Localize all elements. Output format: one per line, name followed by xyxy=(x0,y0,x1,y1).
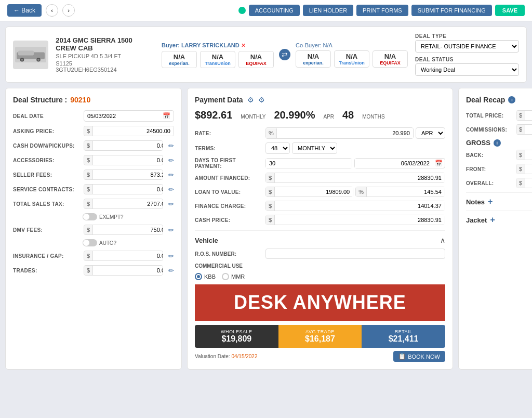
service-contracts-input[interactable] xyxy=(93,185,163,194)
trades-label: TRADES: xyxy=(13,268,81,273)
loan-to-value-input1[interactable] xyxy=(275,187,353,197)
retail-label: RETAIL xyxy=(367,329,440,334)
cobuyer-credit-cards: N/A experian. N/A TransUnion N/A EQUIFAX xyxy=(296,50,408,68)
finance-charge-input[interactable] xyxy=(275,201,445,211)
rate-wrap: % xyxy=(265,127,414,139)
deal-type-select[interactable]: RETAIL- OUTSIDE FINANCE xyxy=(415,40,519,53)
cash-down-edit-icon[interactable]: ✏ xyxy=(168,142,174,150)
trades-input[interactable] xyxy=(93,266,163,275)
mmr-radio-dot xyxy=(222,273,229,280)
submit-financing-button[interactable]: SUBMIT FOR FINANCING xyxy=(411,5,492,16)
prev-button[interactable]: ‹ xyxy=(46,4,58,17)
vehicle-trim: SLE PICKUP 4D 5 3/4 FT xyxy=(56,53,154,59)
gross-info-icon[interactable]: i xyxy=(494,139,501,147)
insurance-gap-input[interactable] xyxy=(93,251,163,260)
deal-recap-info-icon[interactable]: i xyxy=(508,96,515,103)
commercial-use-row: COMMERCIAL USE xyxy=(195,263,445,269)
vehicle-collapse-button[interactable]: ∧ xyxy=(440,236,445,244)
book-now-label: BOOK NOW xyxy=(408,354,440,360)
deal-number: 90210 xyxy=(70,96,90,104)
print-forms-button[interactable]: PRINT FORMS xyxy=(356,5,408,16)
notes-title: Notes + xyxy=(466,197,493,206)
avg-trade-cell: AVG TRADE $16,187 xyxy=(278,325,362,348)
top-nav-right: ACCOUNTING LIEN HOLDER PRINT FORMS SUBMI… xyxy=(238,5,525,16)
payment-info-icon[interactable]: ⚙ xyxy=(258,96,265,104)
deal-date-input[interactable] xyxy=(87,113,163,119)
cobuyer-transunion-card[interactable]: N/A TransUnion xyxy=(334,50,369,68)
ros-input[interactable] xyxy=(265,249,445,259)
cash-down-input[interactable] xyxy=(93,141,163,150)
commissions-label: COMMISSIONS: xyxy=(466,127,513,133)
calendar-icon[interactable]: 📅 xyxy=(163,112,170,120)
buyer-experian-card[interactable]: N/A experian. xyxy=(162,51,197,68)
cobuyer-equifax-card[interactable]: N/A EQUIFAX xyxy=(373,50,408,68)
loan-to-value-label: LOAN TO VALUE: xyxy=(195,189,262,195)
apr-label: APR xyxy=(323,114,334,120)
buyer-transunion-card[interactable]: N/A TransUnion xyxy=(200,51,235,68)
commissions-row: COMMISSIONS: $ ✏ xyxy=(466,124,532,135)
cash-down-wrap: $ xyxy=(84,140,163,151)
notes-header: Notes + ∧ xyxy=(466,197,532,206)
jacket-section: Jacket + ∨ xyxy=(466,211,532,225)
commissions-input[interactable] xyxy=(525,125,532,134)
loan-to-value-group: $ % xyxy=(265,187,445,197)
days-first-date-input[interactable] xyxy=(355,159,433,168)
asking-price-dollar: $ xyxy=(84,126,93,136)
amount-financed-row: AMOUNT FINANCED: $ xyxy=(195,173,445,183)
desk-anywhere-text: DESK ANYWHERE xyxy=(234,292,406,314)
loan-to-value-row: LOAN TO VALUE: $ % xyxy=(195,187,445,197)
back-button[interactable]: ← Back xyxy=(7,4,42,17)
payment-panel: Payment Data ⚙ ⚙ $892.61 MONTHLY 20.990%… xyxy=(187,88,453,370)
dmv-fees-edit-icon[interactable]: ✏ xyxy=(168,226,174,234)
next-button[interactable]: › xyxy=(62,4,75,17)
book-now-button[interactable]: 📋 BOOK NOW xyxy=(393,351,445,362)
back-label: BACK: xyxy=(466,152,513,158)
gross-title: GROSS i xyxy=(466,139,532,147)
asking-price-input[interactable] xyxy=(93,126,174,136)
deal-recap-panel: Deal Recap i ∧ TOTAL PRICE: $ COMMISSION… xyxy=(458,88,532,370)
insurance-gap-label: INSURANCE / GAP: xyxy=(13,253,81,259)
trades-edit-icon[interactable]: ✏ xyxy=(168,267,174,275)
overall-input[interactable] xyxy=(525,178,532,188)
accessories-input[interactable] xyxy=(93,155,163,165)
cash-price-row: CASH PRICE: $ xyxy=(195,215,445,225)
cobuyer-experian-card[interactable]: N/A experian. xyxy=(296,50,331,68)
back-input[interactable] xyxy=(525,150,532,160)
dmv-fees-input[interactable] xyxy=(93,225,163,234)
front-input[interactable] xyxy=(525,164,532,174)
accounting-button[interactable]: ACCOUNTING xyxy=(249,5,300,16)
total-price-wrap: $ xyxy=(516,110,532,121)
accessories-edit-icon[interactable]: ✏ xyxy=(168,156,174,164)
rate-type-select[interactable]: APR xyxy=(416,127,445,139)
insurance-gap-edit-icon[interactable]: ✏ xyxy=(168,252,174,260)
total-sales-tax-input[interactable] xyxy=(93,199,163,208)
exempt-toggle[interactable] xyxy=(83,213,97,220)
terms-value-select[interactable]: 48 xyxy=(265,142,290,154)
days-first-input[interactable] xyxy=(266,159,352,168)
auto-toggle[interactable] xyxy=(83,239,97,246)
notes-add-button[interactable]: + xyxy=(488,197,493,206)
mmr-radio[interactable]: MMR xyxy=(222,273,245,280)
buyer-equifax-card[interactable]: N/A EQUIFAX xyxy=(238,51,274,68)
dmv-fees-wrap: $ xyxy=(84,225,163,235)
service-contracts-edit-icon[interactable]: ✏ xyxy=(168,186,174,193)
jacket-add-button[interactable]: + xyxy=(490,215,495,225)
seller-fees-edit-icon[interactable]: ✏ xyxy=(168,171,174,179)
rate-input[interactable] xyxy=(277,128,413,138)
lien-holder-button[interactable]: LIEN HOLDER xyxy=(303,5,353,16)
days-calendar-icon[interactable]: 📅 xyxy=(433,160,445,167)
kbb-radio[interactable]: KBB xyxy=(195,273,216,280)
insurance-gap-row: INSURANCE / GAP: $ ✏ xyxy=(13,251,174,261)
apr-amount: 20.990% xyxy=(274,109,315,121)
amount-financed-input[interactable] xyxy=(275,173,445,182)
payment-settings-icon[interactable]: ⚙ xyxy=(247,96,254,104)
total-sales-tax-edit-icon[interactable]: ✏ xyxy=(168,200,174,208)
loan-to-value-input2[interactable] xyxy=(367,187,445,197)
save-button[interactable]: SAVE xyxy=(495,5,525,16)
terms-period-select[interactable]: MONTHLY xyxy=(292,142,337,154)
deal-status-select[interactable]: Working Deal xyxy=(415,63,519,76)
total-price-input[interactable] xyxy=(525,111,532,120)
seller-fees-input[interactable] xyxy=(93,170,163,179)
swap-buyer-button[interactable]: ⇄ xyxy=(279,49,290,60)
cash-price-input[interactable] xyxy=(275,215,445,225)
